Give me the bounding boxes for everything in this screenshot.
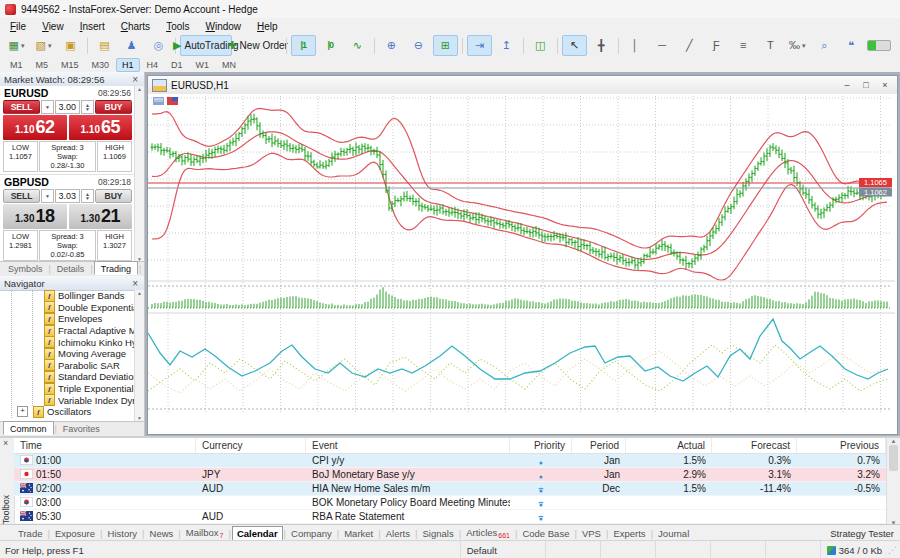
timeframe-m1[interactable]: M1: [4, 58, 29, 72]
menu-tools[interactable]: Tools: [158, 20, 197, 33]
toolbar-vertical-line-button[interactable]: │: [623, 35, 648, 56]
menu-charts[interactable]: Charts: [113, 20, 158, 33]
toolbar-chart-line-button[interactable]: ∿: [345, 35, 370, 56]
calendar-row[interactable]: 01:00CPI y/yJan1.5%0.3%0.7%: [14, 454, 887, 468]
toolbar-data-window-button[interactable]: ♟: [119, 35, 144, 56]
to-tab-calendar[interactable]: Calendar: [232, 526, 283, 541]
to-tab-history[interactable]: History: [104, 527, 142, 540]
bid-price[interactable]: 1.3018: [3, 204, 67, 229]
column-header-period[interactable]: Period: [572, 438, 626, 453]
toolbar-broadcast-button[interactable]: ◎: [146, 35, 171, 56]
close-icon[interactable]: ×: [130, 74, 140, 85]
timeframe-m15[interactable]: M15: [55, 58, 85, 72]
ask-price[interactable]: 1.1065: [69, 115, 133, 140]
navigator-item-triple-exponential-moving-average[interactable]: fTriple Exponential Moving Average: [0, 383, 135, 395]
calendar-row[interactable]: 02:00AUDHIA New Home Sales m/mDec1.5%-11…: [14, 482, 887, 496]
toolbar-chart-candles-button[interactable]: |0: [318, 35, 343, 56]
ask-price[interactable]: 1.3021: [69, 204, 133, 229]
timeframe-h4[interactable]: H4: [141, 58, 165, 72]
volume-stepper[interactable]: ▲▼: [81, 189, 94, 203]
scroll-thumb[interactable]: [889, 445, 898, 471]
expand-icon[interactable]: +: [17, 406, 28, 417]
timeframe-d1[interactable]: D1: [165, 58, 189, 72]
navigator-scrollbar[interactable]: ▲▼: [134, 290, 144, 421]
volume-dropdown-icon[interactable]: ▼: [41, 189, 54, 203]
market-watch-tab-trading[interactable]: Trading: [94, 261, 138, 275]
close-icon[interactable]: ×: [877, 79, 893, 92]
toolbar-chat-button[interactable]: ❝: [839, 35, 864, 56]
market-watch-tab-symbols[interactable]: Symbols: [3, 264, 48, 274]
scroll-up-icon[interactable]: ▲: [891, 438, 897, 444]
toolbar-indicators-list-button[interactable]: ◫: [528, 35, 553, 56]
navigator-item-oscillators[interactable]: +fOscillators: [0, 406, 135, 418]
toolbar-horizontal-line-button[interactable]: ─: [650, 35, 675, 56]
column-header-priority[interactable]: Priority: [510, 438, 572, 453]
toolbar-equidistant-channel-button[interactable]: ≡: [731, 35, 756, 56]
volume-stepper[interactable]: ▲▼: [81, 100, 94, 114]
profile-selector[interactable]: Default: [460, 541, 545, 558]
to-tab-trade[interactable]: Trade: [14, 527, 46, 540]
menu-file[interactable]: File: [2, 20, 34, 33]
sell-button[interactable]: SELL: [3, 189, 40, 203]
toolbar-zoom-out-button[interactable]: ⊖: [406, 35, 431, 56]
toolbar-zoom-in-button[interactable]: ⊕: [379, 35, 404, 56]
toolbar-cursor-button[interactable]: ↖: [562, 35, 587, 56]
buy-button[interactable]: BUY: [95, 100, 132, 114]
toolbar-chart-bars-button[interactable]: |1: [291, 35, 316, 56]
toolbar-market-watch-button[interactable]: ▤: [92, 35, 117, 56]
toolbar-open-profile-button[interactable]: ▧▾: [31, 35, 56, 56]
price-chart[interactable]: 1.10651.1062: [148, 94, 897, 434]
buy-button[interactable]: BUY: [95, 189, 132, 203]
timeframe-m30[interactable]: M30: [86, 58, 116, 72]
symbol-gbpusd[interactable]: GBPUSD08:29:18SELL▼3.03▲▼BUY1.30181.3021…: [0, 175, 135, 262]
timeframe-mn[interactable]: MN: [216, 58, 242, 72]
to-tab-vps[interactable]: VPS: [578, 527, 605, 540]
menu-view[interactable]: View: [34, 20, 72, 33]
column-header-previous[interactable]: Previous: [797, 438, 886, 453]
timeframe-m5[interactable]: M5: [30, 58, 55, 72]
to-tab-mailbox[interactable]: Mailbox7: [182, 526, 228, 541]
toolbar-text-label-button[interactable]: T: [758, 35, 783, 56]
to-tab-journal[interactable]: Journal: [654, 527, 693, 540]
to-tab-experts[interactable]: Experts: [609, 527, 649, 540]
market-watch-scrollbar[interactable]: ▲▼: [134, 86, 144, 262]
calendar-row[interactable]: 01:50JPYBoJ Monetary Base y/yJan2.9%3.1%…: [14, 468, 887, 482]
navigator-item-standard-deviation[interactable]: fStandard Deviation: [0, 371, 135, 383]
dropdown-icon[interactable]: ▾: [802, 42, 806, 50]
toolbar-search-button[interactable]: ⌕: [812, 35, 837, 56]
strategy-tester-link[interactable]: Strategy Tester: [830, 528, 900, 539]
toolbar-history-center-button[interactable]: ▣: [58, 35, 83, 56]
toolbar-tile-windows-button[interactable]: ⊞: [433, 35, 458, 56]
to-tab-signals[interactable]: Signals: [418, 527, 457, 540]
column-header-currency[interactable]: Currency: [196, 438, 306, 453]
navigator-item-bollinger-bands[interactable]: fBollinger Bands: [0, 290, 135, 302]
navigator-tab-favorites[interactable]: Favorites: [58, 424, 105, 434]
close-icon[interactable]: ×: [130, 278, 140, 289]
volume-dropdown-icon[interactable]: ▼: [41, 100, 54, 114]
chart-window-titlebar[interactable]: EURUSD,H1 – □ ×: [148, 76, 897, 95]
scroll-up-icon[interactable]: ▲: [137, 290, 142, 296]
volume-input[interactable]: 3.03: [55, 189, 80, 203]
column-header-time[interactable]: Time: [14, 438, 196, 453]
menu-help[interactable]: Help: [249, 20, 286, 33]
toolbar-chart-shift-button[interactable]: ↥: [494, 35, 519, 56]
toolbar-trendline-button[interactable]: ╱: [677, 35, 702, 56]
toolbar-crosshair-button[interactable]: ╋: [589, 35, 614, 56]
navigator-item-envelopes[interactable]: fEnvelopes: [0, 313, 135, 325]
close-icon[interactable]: ×: [3, 438, 8, 448]
navigator-item-ichimoku-kinko-hyo[interactable]: fIchimoku Kinko Hyo: [0, 336, 135, 348]
restore-icon[interactable]: □: [858, 79, 874, 92]
column-header-forecast[interactable]: Forecast: [712, 438, 797, 453]
navigator-tab-common[interactable]: Common: [3, 421, 54, 435]
symbol-eurusd[interactable]: EURUSD08:29:56SELL▼3.00▲▼BUY1.10621.1065…: [0, 86, 135, 175]
to-tab-code-base[interactable]: Code Base: [518, 527, 573, 540]
to-tab-alerts[interactable]: Alerts: [382, 527, 414, 540]
navigator-item-fractal-adaptive-moving-average[interactable]: fFractal Adaptive Moving Average: [0, 325, 135, 337]
to-tab-articles[interactable]: Articles661: [462, 526, 514, 541]
timeframe-h1[interactable]: H1: [116, 58, 140, 72]
sell-button[interactable]: SELL: [3, 100, 40, 114]
column-header-event[interactable]: Event: [306, 438, 510, 453]
scroll-up-icon[interactable]: ▲: [137, 86, 142, 92]
toolbar-fibonacci-button[interactable]: Ƒ: [704, 35, 729, 56]
bid-price[interactable]: 1.1062: [3, 115, 67, 140]
